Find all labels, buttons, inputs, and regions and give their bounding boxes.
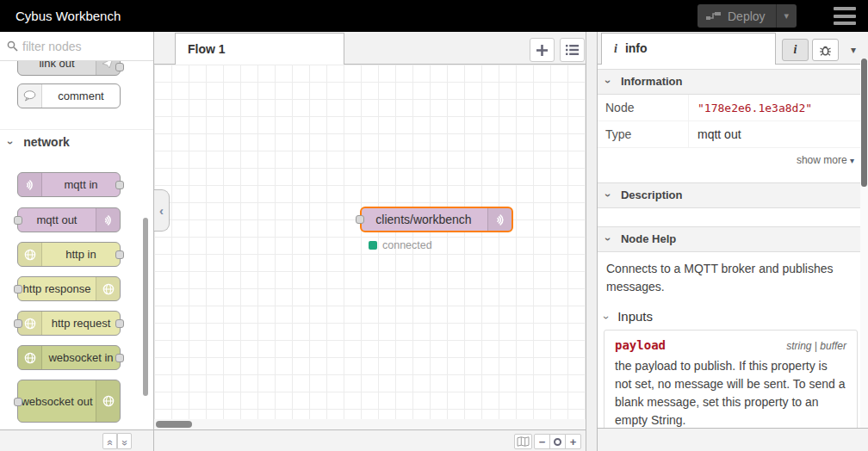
sidebar-tabbar: iinfo i ▾	[598, 32, 868, 65]
node-port[interactable]	[115, 63, 124, 71]
section-node-help-header[interactable]: › Node Help	[598, 226, 868, 252]
zoom-in-button[interactable]: +	[565, 434, 581, 449]
node-status: connected	[369, 239, 432, 251]
add-flow-button[interactable]	[530, 38, 555, 62]
node-port[interactable]	[14, 216, 22, 225]
chevron-down-icon: ›	[598, 194, 620, 197]
chevron-down-icon: ▾	[850, 156, 854, 165]
info-icon: i	[794, 43, 797, 57]
zoom-out-button[interactable]: −	[534, 434, 550, 449]
app-header: Cybus Workbench Deploy ▾	[0, 0, 868, 32]
palette-node-http-response[interactable]: http response	[17, 276, 121, 301]
palette-node-http-request[interactable]: http request	[17, 311, 121, 336]
zoom-reset-button[interactable]	[549, 434, 566, 449]
info-row-type: Type mqtt out	[598, 121, 868, 148]
palette-node-http-in[interactable]: http in	[17, 242, 121, 267]
flow-node-clients-workbench[interactable]: clients/workbench	[360, 207, 513, 232]
palette-footer: » »	[0, 429, 153, 451]
canvas-hscroll-track[interactable]	[154, 419, 586, 429]
panel-resize-separator[interactable]	[586, 32, 598, 451]
list-icon	[566, 45, 579, 55]
filter-nodes-input[interactable]	[22, 35, 143, 58]
palette-node-mqtt-out[interactable]: mqtt out	[17, 207, 121, 232]
palette-node-label: http request	[42, 312, 120, 335]
status-connected-dot	[369, 241, 377, 250]
inputs-section-header[interactable]: › Inputs	[598, 306, 868, 327]
flow-workspace[interactable]: clients/workbench connected	[154, 65, 586, 419]
node-port[interactable]	[14, 285, 22, 293]
palette-node-mqtt-in[interactable]: mqtt in	[17, 172, 121, 197]
app-title: Cybus Workbench	[16, 0, 121, 32]
comment-bubble-icon	[18, 84, 42, 108]
palette-scrollbar[interactable]	[143, 218, 148, 396]
chevron-down-icon: ›	[0, 141, 22, 145]
category-label: network	[23, 135, 70, 149]
sidebar-debug-button[interactable]	[812, 39, 839, 61]
info-key: Node	[598, 101, 688, 114]
node-help-summary: Connects to a MQTT broker and publishes …	[598, 252, 868, 298]
sidebar-scroll-thumb[interactable]	[861, 59, 867, 187]
section-title: Node Help	[621, 232, 676, 245]
palette-search	[0, 32, 153, 61]
sidebar-info-button[interactable]: i	[782, 39, 809, 61]
flow-tabbar: Flow 1	[154, 32, 586, 65]
node-port[interactable]	[14, 319, 22, 328]
globe-icon	[18, 243, 42, 266]
palette-category-network[interactable]: › network	[0, 129, 153, 153]
flow-node-label: clients/workbench	[362, 208, 486, 231]
palette-node-label: link out	[18, 61, 96, 75]
canvas-hscroll-thumb[interactable]	[156, 421, 192, 428]
section-description-header[interactable]: › Description	[598, 182, 868, 208]
palette-expand-all-button[interactable]: »	[117, 433, 132, 449]
palette-node-websocket-in[interactable]: websocket in	[17, 345, 121, 370]
palette-node-label: mqtt out	[18, 208, 96, 232]
palette-node-comment[interactable]: comment	[17, 83, 121, 108]
property-name: payload	[615, 338, 666, 352]
palette-node-link-out[interactable]: link out	[17, 61, 121, 76]
map-icon	[517, 436, 530, 447]
node-input-port[interactable]	[356, 215, 364, 224]
section-title: Information	[621, 75, 683, 88]
main-menu-button[interactable]	[834, 7, 856, 25]
node-port[interactable]	[115, 354, 124, 362]
node-id-value: "178e2e6.1e3a8d2"	[698, 102, 812, 114]
info-row-node: Node "178e2e6.1e3a8d2"	[598, 95, 868, 121]
property-types: string | buffer	[786, 340, 846, 352]
node-port[interactable]	[115, 250, 124, 259]
deploy-dropdown-caret[interactable]: ▾	[776, 4, 797, 28]
plus-icon	[536, 45, 548, 56]
tab-info[interactable]: iinfo	[601, 33, 776, 65]
node-port[interactable]	[14, 398, 22, 406]
flow-canvas-area: Flow 1 clients/workbench connected ‹	[154, 32, 586, 451]
info-icon: i	[614, 42, 617, 55]
palette-collapse-all-button[interactable]: »	[102, 433, 117, 449]
section-title: Description	[621, 188, 683, 201]
sidebar-body: › Information Node "178e2e6.1e3a8d2" Typ…	[598, 65, 868, 428]
property-description: the payload to publish. If this property…	[615, 357, 846, 428]
info-sidebar: iinfo i ▾ › Information Node "178e2e6.1e…	[598, 32, 868, 451]
flow-list-button[interactable]	[560, 38, 585, 62]
chevron-left-icon: ‹	[159, 203, 164, 218]
search-icon	[7, 40, 18, 52]
globe-icon	[96, 380, 120, 422]
palette-node-websocket-out[interactable]: websocket out	[17, 380, 121, 423]
workbench-app: Cybus Workbench Deploy ▾ link ou	[0, 0, 868, 451]
palette-toggle-handle[interactable]: ‹	[154, 189, 170, 232]
mqtt-signal-icon	[96, 208, 120, 232]
deploy-label: Deploy	[728, 9, 766, 23]
node-port[interactable]	[115, 319, 124, 328]
circle-icon	[554, 438, 561, 446]
navigator-toggle-button[interactable]	[514, 434, 532, 449]
palette-content: link out comment › network mqtt in	[0, 61, 153, 429]
palette-node-label: mqtt in	[42, 173, 120, 196]
node-type-value: mqtt out	[688, 121, 868, 147]
globe-icon	[96, 277, 120, 300]
tab-flow-1[interactable]: Flow 1	[175, 33, 344, 65]
deploy-button[interactable]: Deploy ▾	[698, 4, 797, 28]
inputs-title: Inputs	[617, 309, 653, 324]
node-port[interactable]	[115, 181, 124, 189]
chevron-down-icon: ›	[598, 80, 620, 83]
section-information-header[interactable]: › Information	[598, 69, 868, 95]
show-more-link[interactable]: show more ▾	[598, 148, 868, 170]
deploy-main[interactable]: Deploy	[698, 9, 776, 23]
